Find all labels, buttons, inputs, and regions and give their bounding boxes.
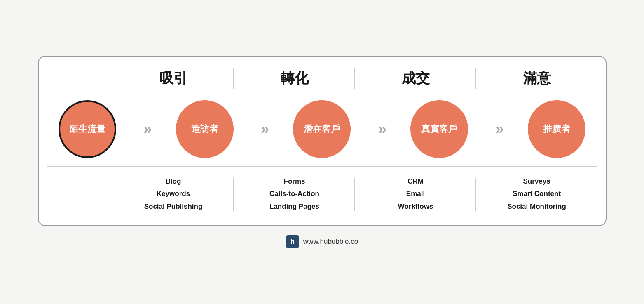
tool-convert-1: Forms [238, 175, 351, 188]
circle-lead-label: 潛在客戶 [304, 123, 340, 135]
tool-close-1: CRM [359, 175, 472, 188]
tools-close: CRM Email Workflows [355, 175, 476, 213]
circle-customer: 真實客戶 [410, 100, 468, 158]
tool-close-2: Email [359, 188, 472, 200]
node-promoter: 推廣者 [528, 100, 585, 158]
tool-delight-2: Smart Content [480, 188, 593, 200]
circle-lead: 潛在客戶 [293, 100, 351, 158]
circles-row: 陌生流量 » 造訪者 » 潛在客戶 » 真實客戶 » [47, 92, 597, 166]
footer-url: www.hububble.co [303, 238, 358, 246]
stage-close: 成交 [355, 69, 476, 88]
arrow-1: » [143, 120, 148, 138]
tool-delight-1: Surveys [480, 175, 593, 188]
tools-delight: Surveys Smart Content Social Monitoring [476, 175, 597, 213]
node-stranger: 陌生流量 [59, 100, 116, 158]
tool-close-3: Workflows [359, 200, 472, 213]
stage-delight: 滿意 [476, 69, 597, 88]
tool-convert-3: Landing Pages [238, 200, 351, 213]
node-lead: 潛在客戶 [293, 100, 351, 158]
logo-box: h [286, 235, 299, 248]
tools-row: Blog Keywords Social Publishing Forms Ca… [47, 175, 597, 213]
circle-visitor-label: 造訪者 [191, 123, 218, 135]
arrow-2: » [261, 120, 266, 138]
tool-convert-2: Calls-to-Action [238, 188, 351, 200]
circle-promoter: 推廣者 [528, 100, 585, 158]
stages-row: 吸引 轉化 成交 滿意 [47, 69, 597, 88]
node-customer: 真實客戶 [410, 100, 468, 158]
arrow-4: » [496, 120, 501, 138]
circle-promoter-label: 推廣者 [543, 123, 570, 135]
circle-stranger-label: 陌生流量 [69, 123, 105, 135]
stage-convert: 轉化 [234, 69, 355, 88]
tool-attract-3: Social Publishing [117, 200, 230, 213]
node-visitor: 造訪者 [176, 100, 234, 158]
footer: h www.hububble.co [286, 235, 358, 248]
circle-visitor: 造訪者 [176, 100, 234, 158]
tools-attract: Blog Keywords Social Publishing [113, 175, 234, 213]
logo-char: h [290, 238, 295, 245]
arrow-3: » [378, 120, 383, 138]
divider-line [47, 166, 597, 167]
tool-delight-3: Social Monitoring [480, 200, 593, 213]
diagram-box: 吸引 轉化 成交 滿意 陌生流量 » 造訪者 » 潛在客戶 [38, 56, 607, 226]
tool-attract-2: Keywords [117, 188, 230, 200]
tools-convert: Forms Calls-to-Action Landing Pages [234, 175, 355, 213]
stage-attract: 吸引 [113, 69, 234, 88]
tool-attract-1: Blog [117, 175, 230, 188]
outer-wrapper: 吸引 轉化 成交 滿意 陌生流量 » 造訪者 » 潛在客戶 [0, 43, 644, 261]
circle-customer-label: 真實客戶 [421, 123, 457, 135]
circle-stranger: 陌生流量 [59, 100, 116, 158]
